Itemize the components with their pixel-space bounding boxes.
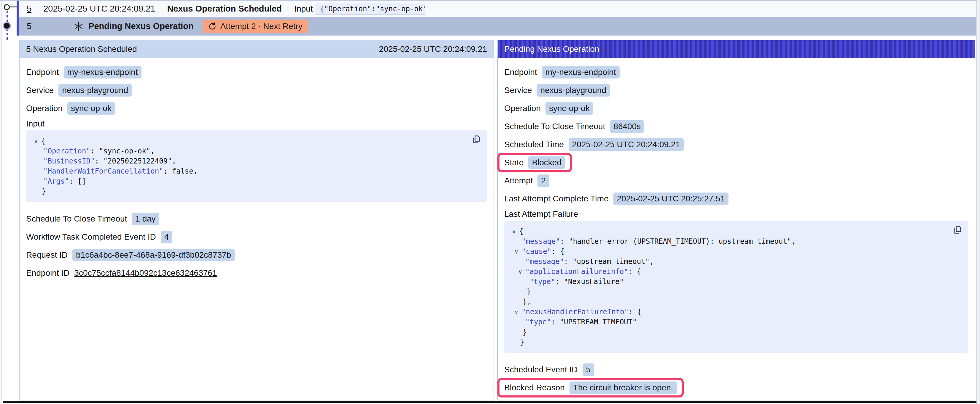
field-label: State xyxy=(504,158,523,167)
field-schedule-to-close-timeout: Schedule To Close Timeout86400s xyxy=(504,117,968,135)
json-text: : { xyxy=(628,308,641,316)
field-label: Schedule To Close Timeout xyxy=(26,214,127,223)
field-service: Servicenexus-playground xyxy=(504,81,968,99)
event-detail-card: 5 Nexus Operation Scheduled 2025-02-25 U… xyxy=(19,40,494,401)
json-text: : "NexusFailure" xyxy=(555,277,624,286)
field-label: Endpoint xyxy=(504,68,537,77)
field-label: Request ID xyxy=(26,250,68,260)
retry-icon xyxy=(208,22,217,31)
field-label: Service xyxy=(504,86,532,95)
field-value-link[interactable]: 3c0c75ccfa8144b092c13ce632463761 xyxy=(74,268,217,278)
collapse-caret-icon[interactable]: ∨ xyxy=(512,246,520,257)
json-line: } xyxy=(510,337,962,347)
json-key: "nexusHandlerFailureInfo" xyxy=(522,308,628,316)
field-value-badge: nexus-playground xyxy=(59,84,132,97)
pending-title: Pending Nexus Operation xyxy=(88,21,194,31)
field-label: Workflow Task Completed Event ID xyxy=(26,232,156,242)
field-endpoint-id: Endpoint ID3c0c75ccfa8144b092c13ce632463… xyxy=(26,264,487,282)
field-value-badge: my-nexus-endpoint xyxy=(542,66,620,79)
field-endpoint: Endpointmy-nexus-endpoint xyxy=(504,63,968,81)
json-text: : "handler error (UPSTREAM_TIMEOUT): ups… xyxy=(560,237,796,246)
field-value-badge: 2025-02-25 UTC 20:25:27.51 xyxy=(613,193,729,205)
event-timestamp: 2025-02-25 UTC 20:24:09.21 xyxy=(43,4,155,14)
collapse-caret-icon[interactable]: ∨ xyxy=(32,136,40,146)
json-text: } xyxy=(527,288,531,296)
pending-detail-card: Pending Nexus Operation Endpointmy-nexus… xyxy=(497,40,975,401)
event-input-preview[interactable]: {"Operation":"sync-op-ok","BusinessID":"… xyxy=(316,3,425,15)
event-detail-title: 5 Nexus Operation Scheduled xyxy=(26,44,137,54)
json-text: : "UPSTREAM_TIMEOUT" xyxy=(551,318,637,326)
field-operation: Operationsync-op-ok xyxy=(26,99,487,117)
json-line: } xyxy=(32,186,481,196)
field-label: Blocked Reason xyxy=(504,383,565,393)
json-line: "type": "NexusFailure" xyxy=(510,277,962,287)
field-request-id: Request IDb1c6a4bc-8ee7-468a-9169-df3b02… xyxy=(26,246,487,264)
collapse-caret-icon[interactable]: ∨ xyxy=(510,226,518,236)
json-line: ∨"applicationFailureInfo": { xyxy=(510,266,962,277)
json-line: }, xyxy=(510,297,962,307)
json-key: "message" xyxy=(525,257,564,266)
field-label: Operation xyxy=(26,104,63,113)
json-key: "HandlerWaitForCancellation" xyxy=(43,167,164,175)
retry-badge-label: Attempt 2 · Next Retry xyxy=(220,22,302,31)
json-text: : false, xyxy=(164,167,198,175)
timeline-connector xyxy=(9,6,17,7)
field-scheduled-time: Scheduled Time2025-02-25 UTC 20:24:09.21 xyxy=(504,135,968,154)
field-schedule-to-close-timeout: Schedule To Close Timeout1 day xyxy=(26,210,487,228)
field-label: Last Attempt Complete Time xyxy=(504,194,609,203)
pending-id-link[interactable]: 5 xyxy=(27,21,32,31)
field-value-badge: 2 xyxy=(538,174,549,187)
field-endpoint: Endpointmy-nexus-endpoint xyxy=(26,63,487,81)
event-marker-open-icon[interactable] xyxy=(4,4,10,10)
json-text: : { xyxy=(551,247,564,256)
annotation-highlight-box: StateBlocked xyxy=(497,153,572,173)
field-scheduled-event-id: Scheduled Event ID5 xyxy=(504,360,968,379)
json-line: "Operation": "sync-op-ok", xyxy=(32,146,481,156)
field-last-attempt-complete-time: Last Attempt Complete Time2025-02-25 UTC… xyxy=(504,190,968,208)
field-label: Endpoint ID xyxy=(26,268,69,278)
json-line: "message": "handler error (UPSTREAM_TIME… xyxy=(510,236,962,246)
json-text: { xyxy=(519,227,523,236)
field-label: Service xyxy=(26,86,54,95)
json-line: ∨{ xyxy=(32,136,481,146)
event-id-link[interactable]: 5 xyxy=(27,4,32,14)
input-json-block: ∨{"Operation": "sync-op-ok","BusinessID"… xyxy=(26,130,487,202)
json-line: ∨"nexusHandlerFailureInfo": { xyxy=(510,307,962,317)
field-value-badge: my-nexus-endpoint xyxy=(64,66,142,79)
json-key: "type" xyxy=(530,277,555,286)
field-label: Scheduled Time xyxy=(504,140,564,149)
json-text: } xyxy=(42,187,46,195)
field-label: Schedule To Close Timeout xyxy=(504,122,605,131)
field-value-badge: 2025-02-25 UTC 20:24:09.21 xyxy=(569,138,684,151)
field-label: Endpoint xyxy=(26,68,59,77)
field-workflow-task-completed-event-id: Workflow Task Completed Event ID4 xyxy=(26,228,487,246)
field-value-badge: 1 day xyxy=(132,213,159,225)
event-detail-timestamp: 2025-02-25 UTC 20:24:09.21 xyxy=(379,44,487,54)
field-label: Scheduled Event ID xyxy=(504,365,578,374)
pending-operation-row[interactable]: 5 Pending Nexus Operation Attempt 2 · Ne… xyxy=(19,17,976,36)
json-key: "applicationFailureInfo" xyxy=(525,268,628,276)
event-input-label: Input xyxy=(294,4,313,14)
field-state: StateBlocked xyxy=(504,154,968,171)
collapse-caret-icon[interactable]: ∨ xyxy=(512,307,520,317)
json-text: }, xyxy=(523,298,531,306)
json-text: : "20250225122409", xyxy=(95,157,176,165)
pending-asterisk-icon xyxy=(73,21,84,32)
json-key: "type" xyxy=(525,318,551,326)
event-marker-current-icon[interactable] xyxy=(4,23,10,29)
field-service: Servicenexus-playground xyxy=(26,81,487,99)
event-row[interactable]: 5 2025-02-25 UTC 20:24:09.21 Nexus Opera… xyxy=(19,1,976,17)
field-value-badge: 5 xyxy=(582,363,594,376)
json-text: : { xyxy=(628,268,641,276)
field-value-badge: The circuit breaker is open. xyxy=(570,382,677,394)
json-line: "Args": [] xyxy=(32,176,481,186)
pending-detail-header: Pending Nexus Operation xyxy=(498,40,975,58)
app-frame: 5 2025-02-25 UTC 20:24:09.21 Nexus Opera… xyxy=(0,0,980,404)
json-line: "message": "upstream timeout", xyxy=(510,257,962,266)
json-line: ∨"cause": { xyxy=(510,246,962,257)
retry-badge: Attempt 2 · Next Retry xyxy=(203,19,308,33)
json-key: "cause" xyxy=(522,247,551,256)
collapse-caret-icon[interactable]: ∨ xyxy=(516,266,524,277)
scrollbar[interactable] xyxy=(977,0,980,404)
failure-json-block: ∨{"message": "handler error (UPSTREAM_TI… xyxy=(504,221,968,353)
